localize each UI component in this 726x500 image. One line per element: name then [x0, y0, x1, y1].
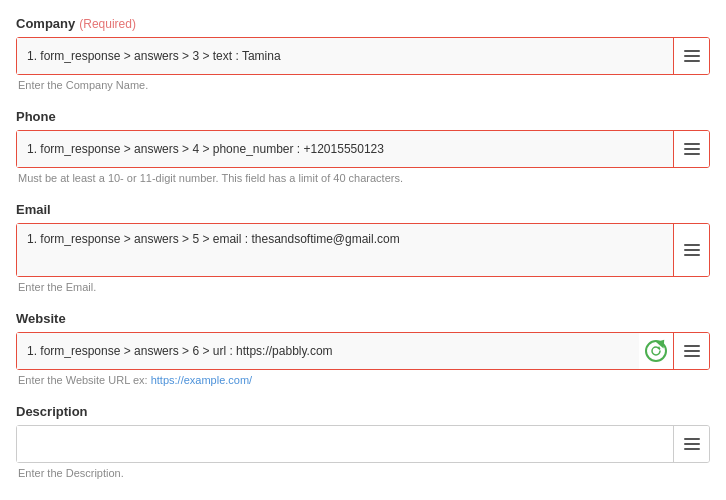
phone-field: Phone 1. form_response > answers > 4 > p…: [16, 109, 710, 184]
company-menu-button[interactable]: [673, 38, 709, 74]
company-menu-icon: [684, 50, 700, 62]
website-hint-link[interactable]: https://example.com/: [151, 374, 253, 386]
website-menu-icon: [684, 345, 700, 357]
phone-value[interactable]: 1. form_response > answers > 4 > phone_n…: [17, 131, 673, 167]
phone-hint: Must be at least a 10- or 11-digit numbe…: [16, 172, 710, 184]
email-label: Email: [16, 202, 710, 217]
website-menu-button[interactable]: [673, 333, 709, 369]
phone-label: Phone: [16, 109, 710, 124]
company-label: Company (Required): [16, 16, 710, 31]
email-field-row: 1. form_response > answers > 5 > email :…: [16, 223, 710, 277]
company-required: (Required): [79, 17, 136, 31]
phone-field-row: 1. form_response > answers > 4 > phone_n…: [16, 130, 710, 168]
website-field: Website 1. form_response > answers > 6 >…: [16, 311, 710, 386]
company-value[interactable]: 1. form_response > answers > 3 > text : …: [17, 38, 673, 74]
email-value[interactable]: 1. form_response > answers > 5 > email :…: [17, 224, 673, 276]
email-menu-button[interactable]: [673, 224, 709, 276]
email-field: Email 1. form_response > answers > 5 > e…: [16, 202, 710, 293]
description-menu-icon: [684, 438, 700, 450]
phone-menu-icon: [684, 143, 700, 155]
description-field: Description Enter the Description.: [16, 404, 710, 479]
email-menu-icon: [684, 244, 700, 256]
website-hint: Enter the Website URL ex: https://exampl…: [16, 374, 710, 386]
description-hint: Enter the Description.: [16, 467, 710, 479]
website-value[interactable]: 1. form_response > answers > 6 > url : h…: [17, 333, 639, 369]
website-label: Website: [16, 311, 710, 326]
phone-menu-button[interactable]: [673, 131, 709, 167]
refresh-icon: [645, 340, 667, 362]
description-field-row: [16, 425, 710, 463]
website-refresh-button[interactable]: [639, 333, 673, 369]
description-label: Description: [16, 404, 710, 419]
description-value[interactable]: [17, 426, 673, 462]
description-menu-button[interactable]: [673, 426, 709, 462]
company-hint: Enter the Company Name.: [16, 79, 710, 91]
email-hint: Enter the Email.: [16, 281, 710, 293]
company-field-row: 1. form_response > answers > 3 > text : …: [16, 37, 710, 75]
company-field: Company (Required) 1. form_response > an…: [16, 16, 710, 91]
website-field-row: 1. form_response > answers > 6 > url : h…: [16, 332, 710, 370]
